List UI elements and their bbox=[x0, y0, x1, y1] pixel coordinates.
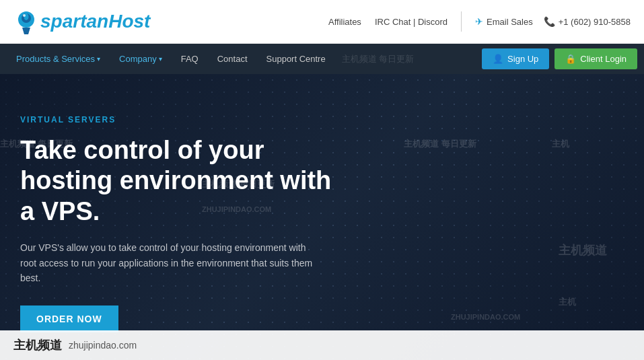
user-icon: 👤 bbox=[493, 54, 503, 64]
irc-chat-link[interactable]: IRC Chat | Discord bbox=[375, 17, 448, 27]
nav-faq[interactable]: FAQ bbox=[172, 44, 208, 74]
contact-info: ✈ Email Sales 📞 +1 (602) 910-5858 bbox=[475, 16, 631, 27]
svg-point-3 bbox=[23, 14, 26, 17]
logo[interactable]: spartanHost bbox=[13, 9, 150, 34]
nav-contact[interactable]: Contact bbox=[208, 44, 257, 74]
hero-title: Take control of your hosting environment… bbox=[20, 135, 334, 227]
phone-label: +1 (602) 910-5858 bbox=[559, 17, 631, 27]
email-sales-label: Email Sales bbox=[487, 17, 533, 27]
phone-icon: 📞 bbox=[544, 16, 555, 27]
nav-watermark: 主机频道 每日更新 bbox=[335, 53, 421, 65]
affiliates-link[interactable]: Affiliates bbox=[328, 17, 361, 27]
svg-marker-4 bbox=[22, 28, 30, 34]
chevron-down-icon: ▾ bbox=[159, 55, 162, 63]
watermark-bottom-bar: 主机频道 zhujipindao.com bbox=[0, 330, 644, 360]
divider bbox=[461, 11, 462, 32]
order-now-button[interactable]: ORDER NOW bbox=[20, 305, 118, 332]
email-sales-item[interactable]: ✈ Email Sales bbox=[475, 16, 533, 27]
signup-button[interactable]: 👤 Sign Up bbox=[482, 48, 549, 69]
chevron-down-icon: ▾ bbox=[97, 55, 100, 63]
hero-subtitle: VIRTUAL SERVERS bbox=[20, 115, 334, 124]
watermark-bottom-title: 主机频道 bbox=[13, 337, 62, 353]
login-button[interactable]: 🔒 Client Login bbox=[554, 48, 637, 69]
nav-items: Products & Services ▾ Company ▾ FAQ Cont… bbox=[7, 44, 475, 74]
top-bar: spartanHost Affiliates IRC Chat | Discor… bbox=[0, 0, 644, 44]
email-icon: ✈ bbox=[475, 16, 483, 27]
hero-content: VIRTUAL SERVERS Take control of your hos… bbox=[0, 74, 354, 360]
hero-section: 主机频道 每日更新 主机频道 每日更新 ZHUJIPINDAO.COM 主机频道… bbox=[0, 74, 644, 360]
nav-bar: Products & Services ▾ Company ▾ FAQ Cont… bbox=[0, 44, 644, 74]
nav-products[interactable]: Products & Services ▾ bbox=[7, 44, 110, 74]
logo-icon bbox=[13, 9, 39, 34]
logo-text: spartanHost bbox=[40, 11, 150, 32]
watermark-bottom-url: zhujipindao.com bbox=[69, 340, 137, 351]
hero-description: Our VPS's allow you to take control of y… bbox=[20, 240, 316, 285]
phone-item[interactable]: 📞 +1 (602) 910-5858 bbox=[544, 16, 631, 27]
top-links: Affiliates IRC Chat | Discord ✈ Email Sa… bbox=[328, 11, 631, 32]
nav-support[interactable]: Support Centre bbox=[257, 44, 335, 74]
nav-company[interactable]: Company ▾ bbox=[110, 44, 172, 74]
nav-buttons: 👤 Sign Up 🔒 Client Login bbox=[482, 48, 637, 69]
lock-icon: 🔒 bbox=[565, 54, 576, 64]
